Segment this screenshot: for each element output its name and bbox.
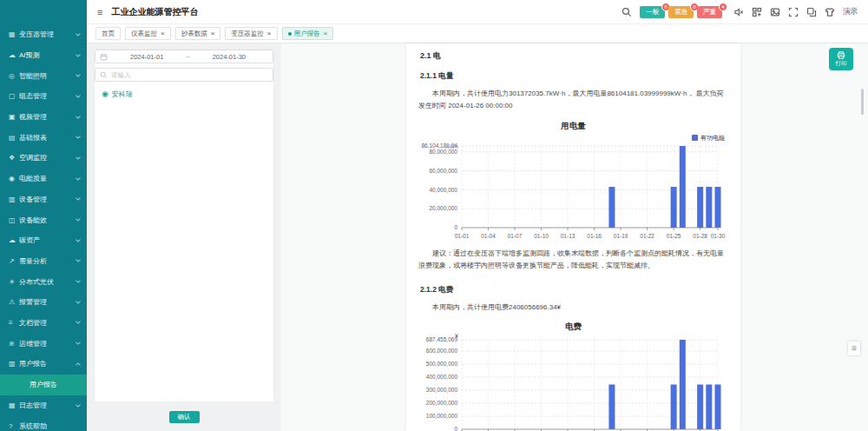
date-end-value[interactable]: 2024-01-30 xyxy=(190,53,268,61)
date-start-value[interactable]: 2024-01-01 xyxy=(108,53,186,61)
fullscreen-icon[interactable] xyxy=(788,7,799,17)
legend-active-energy[interactable]: 有功电能 xyxy=(692,134,725,143)
configuration-icon: ▢ xyxy=(9,92,19,100)
tab-close-icon[interactable]: × xyxy=(161,30,165,37)
tab-meter-monitoring[interactable]: 仪表监控× xyxy=(125,27,171,40)
panel-footer: 确认 xyxy=(94,402,274,431)
chevron-down-icon xyxy=(76,93,81,98)
bar-01-26[interactable] xyxy=(680,146,686,228)
confirm-button[interactable]: 确认 xyxy=(169,411,200,423)
chart-title: 用电量 xyxy=(418,121,728,132)
sidebar-item-label: 电能质量 xyxy=(19,174,76,183)
severe-alarm-button[interactable]: 严重4 xyxy=(697,6,722,18)
menu-toggle-icon[interactable]: ≡ xyxy=(97,7,102,17)
alarm-count-badge: 4 xyxy=(719,3,727,11)
demo-mode-label[interactable]: 演示 xyxy=(843,7,858,17)
bar-01-30[interactable] xyxy=(715,187,721,228)
tab-home[interactable]: 首页 xyxy=(95,27,121,40)
sidebar-item-power-quality[interactable]: ◉电能质量 xyxy=(0,169,87,189)
sidebar-item-device-efficiency[interactable]: ◫设备能效 xyxy=(0,209,87,230)
tabbar: 首页仪表监控×抄表数据×变压器监控×用户报告× xyxy=(87,24,868,43)
suggestion-text: 建议：通过在变压器下端增多监测回路，收集末端数据，判断各个监测点的能耗情况，有无… xyxy=(418,248,728,273)
sidebar-item-label: 组态管理 xyxy=(19,91,76,101)
sidebar-subitem-user-report-sub[interactable]: 用户报告 xyxy=(0,375,87,395)
sidebar-item-ac-monitoring[interactable]: ❖空调监控 xyxy=(0,148,87,169)
mute-icon[interactable] xyxy=(733,7,744,17)
bar-01-30[interactable] xyxy=(715,384,721,428)
sidebar-item-distributed-pv[interactable]: ☀分布式光伏 xyxy=(0,271,87,292)
chevron-down-icon xyxy=(76,72,81,77)
theme-icon[interactable] xyxy=(825,7,835,17)
sidebar-item-configuration-mgmt[interactable]: ▢组态管理 xyxy=(0,86,87,107)
tab-close-icon[interactable]: × xyxy=(211,30,215,37)
tree-node-label: 安科瑞 xyxy=(112,90,133,99)
svg-text:01-10: 01-10 xyxy=(534,233,549,239)
sidebar-item-user-report[interactable]: ▥用户报告 xyxy=(0,354,87,375)
image-icon[interactable] xyxy=(770,7,780,17)
tree-search-input[interactable] xyxy=(111,71,268,79)
demand-analysis-icon: ↗ xyxy=(9,257,19,265)
energy-summary-text: 本周期内，共计使用电力301372035.7kW·h，最大用电量86104181… xyxy=(418,88,728,113)
urgent-alarm-button[interactable]: 紧急0 xyxy=(668,6,694,18)
tab-close-icon[interactable]: × xyxy=(324,30,328,37)
chevron-down-icon xyxy=(76,258,81,263)
sidebar-item-carbon-assets[interactable]: ☁碳资产 xyxy=(0,230,87,251)
tab-close-icon[interactable]: × xyxy=(267,30,272,37)
bar-01-18[interactable] xyxy=(608,384,615,428)
sidebar-item-device-mgmt[interactable]: ▥设备管理 xyxy=(0,189,87,210)
tree-node-acrel[interactable]: ◉安科瑞 xyxy=(102,90,273,99)
bar-01-29[interactable] xyxy=(706,384,712,428)
org-node-icon: ◉ xyxy=(102,90,108,98)
alarm-label: 一般 xyxy=(646,8,659,16)
general-alarm-button[interactable]: 一般0 xyxy=(640,6,665,18)
bar-01-25[interactable] xyxy=(671,384,677,428)
sidebar-item-operation-mgmt[interactable]: ≋运维管理 xyxy=(0,333,87,354)
system-help-icon: ? xyxy=(9,422,19,430)
sidebar-item-log-mgmt[interactable]: ▦日志管理 xyxy=(0,395,87,416)
date-range-picker[interactable]: 2024-01-01 ~ 2024-01-30 xyxy=(95,50,273,63)
tab-label: 变压器监控 xyxy=(231,30,264,38)
print-button[interactable]: 打印 xyxy=(829,48,853,70)
alarm-label: 严重 xyxy=(703,8,716,16)
bar-01-26[interactable] xyxy=(680,340,686,429)
sidebar-item-video-mgmt[interactable]: ▣视频管理 xyxy=(0,107,87,128)
tab-user-report[interactable]: 用户报告× xyxy=(282,27,334,40)
sidebar-item-demand-analysis[interactable]: ↗需量分析 xyxy=(0,251,87,272)
screenshot-icon[interactable] xyxy=(806,7,817,17)
report-scrollbar[interactable] xyxy=(861,89,864,115)
sidebar-item-document-mgmt[interactable]: ≡文档管理 xyxy=(0,313,87,334)
chart-electricity-fee: 电费¥687,455,069600,000,000500,000,000400,… xyxy=(418,322,728,431)
tab-label: 用户报告 xyxy=(294,30,320,38)
active-tab-dot xyxy=(288,32,292,36)
bar-01-28[interactable] xyxy=(697,384,703,428)
bar-01-25[interactable] xyxy=(671,187,677,228)
basic-report-icon: ▤ xyxy=(9,134,19,142)
tree-search-box xyxy=(95,68,273,82)
sidebar-item-ai-forecast[interactable]: ☁AI预测 xyxy=(0,45,87,66)
app-title: 工业企业能源管控平台 xyxy=(111,6,198,18)
operation-mgmt-icon: ≋ xyxy=(9,340,19,348)
svg-text:100,000,000: 100,000,000 xyxy=(426,413,458,419)
sidebar-item-smart-lighting[interactable]: ◎智能照明 xyxy=(0,65,87,86)
sidebar-item-system-help[interactable]: ?系统帮助 xyxy=(0,415,87,431)
device-mgmt-icon: ▥ xyxy=(9,196,19,203)
legend-label: 有功电能 xyxy=(700,134,725,143)
bar-01-28[interactable] xyxy=(697,187,703,228)
transformer-icon: ▦ xyxy=(9,30,19,38)
sidebar-item-basic-reports[interactable]: ▤基础报表 xyxy=(0,127,87,148)
tab-transformer-monitoring[interactable]: 变压器监控× xyxy=(225,27,277,40)
sidebar-item-transformer-mgmt[interactable]: ▦变压器管理 xyxy=(0,24,87,45)
sidebar-item-alarm-mgmt[interactable]: ⚠报警管理 xyxy=(0,292,87,313)
floating-widget[interactable]: ☰ xyxy=(848,341,860,355)
chevron-down-icon xyxy=(76,237,81,242)
search-input-icon xyxy=(100,71,108,79)
bar-01-18[interactable] xyxy=(608,187,615,228)
power-quality-icon: ◉ xyxy=(9,175,19,182)
sidebar-item-label: 系统帮助 xyxy=(19,421,80,431)
search-icon[interactable] xyxy=(621,7,632,17)
tab-meter-reading-data[interactable]: 抄表数据× xyxy=(175,27,221,40)
bar-01-29[interactable] xyxy=(706,187,712,228)
device-efficiency-icon: ◫ xyxy=(9,216,19,224)
org-tree: ◉安科瑞 xyxy=(95,82,273,99)
qr-code-icon[interactable] xyxy=(752,7,762,17)
